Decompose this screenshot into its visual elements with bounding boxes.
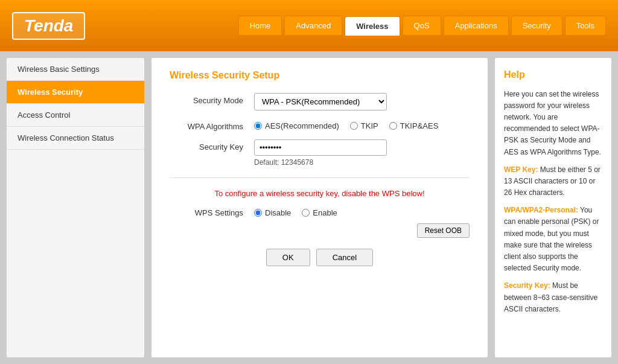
help-security-key: Security Key: Must be between 8~63 case-… — [504, 280, 602, 315]
security-mode-control: WPA - PSK(Recommended) WEP WPA2-PSK WPA/… — [254, 93, 470, 110]
help-wep: WEP Key: Must be either 5 or 13 ASCII ch… — [504, 164, 602, 199]
logo: Tenda — [12, 12, 85, 40]
wps-settings-row: WPS Settings Disable Enable — [170, 205, 470, 217]
wps-settings-control: Disable Enable — [254, 206, 470, 217]
radio-tkipaes-label[interactable]: TKIP&AES — [389, 121, 439, 130]
section-title: Wireless Security Setup — [170, 70, 470, 81]
radio-wps-disable-text: Disable — [265, 208, 291, 217]
help-intro: Here you can set the wireless password f… — [504, 89, 602, 158]
radio-wps-enable-text: Enable — [313, 208, 337, 217]
sidebar-item-wireless-connection-status[interactable]: Wireless Connection Status — [7, 127, 144, 150]
radio-tkip-text: TKIP — [361, 121, 378, 130]
nav-security[interactable]: Security — [511, 16, 562, 36]
sidebar-item-wireless-basic[interactable]: Wireless Basic Settings — [7, 58, 144, 81]
wpa-algorithms-label: WPA Algorithms — [170, 119, 254, 131]
ok-button[interactable]: OK — [266, 249, 310, 266]
security-key-input[interactable] — [254, 139, 387, 156]
security-key-default: Default: 12345678 — [254, 158, 470, 167]
radio-wps-enable[interactable] — [302, 209, 310, 217]
wpa-algorithms-control: AES(Recommended) TKIP TKIP&AES — [254, 119, 470, 130]
nav-tools[interactable]: Tools — [565, 16, 606, 36]
radio-aes-label[interactable]: AES(Recommended) — [254, 121, 339, 130]
help-wep-title: WEP Key: — [504, 165, 538, 174]
reset-oob-area: Reset OOB — [170, 223, 470, 238]
radio-tkip[interactable] — [350, 122, 358, 130]
nav-home[interactable]: Home — [238, 16, 282, 36]
reset-oob-button[interactable]: Reset OOB — [417, 223, 470, 238]
header: Tenda Home Advanced Wireless QoS Applica… — [0, 0, 618, 51]
radio-aes-text: AES(Recommended) — [265, 121, 339, 130]
nav-qos[interactable]: QoS — [403, 16, 441, 36]
help-wpa-title: WPA/WPA2-Personal: — [504, 206, 578, 214]
radio-tkipaes[interactable] — [389, 122, 397, 130]
wpa-algorithms-row: WPA Algorithms AES(Recommended) TKIP TKI… — [170, 119, 470, 131]
help-wpa-text: You can enable personal (PSK) or mixed m… — [504, 206, 599, 272]
radio-wps-disable[interactable] — [254, 209, 262, 217]
security-mode-label: Security Mode — [170, 93, 254, 105]
radio-wps-disable-label[interactable]: Disable — [254, 208, 291, 217]
nav-advanced[interactable]: Advanced — [284, 16, 342, 36]
radio-wps-enable-label[interactable]: Enable — [302, 208, 337, 217]
sidebar-item-wireless-security[interactable]: Wireless Security — [7, 81, 144, 104]
sidebar-item-access-control[interactable]: Access Control — [7, 104, 144, 127]
action-buttons: OK Cancel — [170, 249, 470, 266]
divider — [170, 177, 470, 178]
sidebar: Wireless Basic Settings Wireless Securit… — [6, 57, 145, 358]
content-area: Wireless Security Setup Security Mode WP… — [151, 57, 488, 358]
cancel-button[interactable]: Cancel — [316, 249, 373, 266]
security-mode-row: Security Mode WPA - PSK(Recommended) WEP… — [170, 93, 470, 110]
help-wpa: WPA/WPA2-Personal: You can enable person… — [504, 205, 602, 274]
wps-warning: To configure a wireless security key, di… — [170, 189, 470, 198]
security-key-label: Security Key — [170, 139, 254, 152]
wps-settings-label: WPS Settings — [170, 205, 254, 217]
security-key-control: Default: 12345678 — [254, 139, 470, 167]
security-mode-select[interactable]: WPA - PSK(Recommended) WEP WPA2-PSK WPA/… — [254, 93, 387, 110]
help-panel: Help Here you can set the wireless passw… — [494, 57, 612, 358]
radio-tkip-label[interactable]: TKIP — [350, 121, 378, 130]
radio-tkipaes-text: TKIP&AES — [400, 121, 439, 130]
radio-aes[interactable] — [254, 122, 262, 130]
main-nav: Home Advanced Wireless QoS Applications … — [238, 16, 606, 36]
nav-wireless[interactable]: Wireless — [345, 16, 400, 36]
help-security-key-title: Security Key: — [504, 281, 550, 290]
security-key-row: Security Key Default: 12345678 — [170, 139, 470, 167]
help-title: Help — [504, 67, 602, 83]
nav-applications[interactable]: Applications — [444, 16, 509, 36]
main-layout: Wireless Basic Settings Wireless Securit… — [0, 51, 618, 364]
